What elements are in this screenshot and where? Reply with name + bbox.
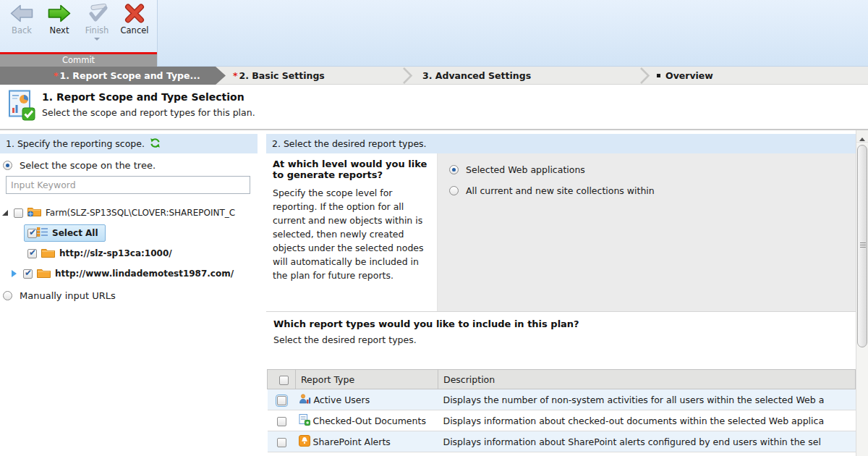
ribbon-toolbar: Back Next Finish	[0, 0, 868, 67]
refresh-icon[interactable]	[150, 138, 161, 151]
table-row-checked-out-documents[interactable]: Checked-Out Documents Displays informati…	[268, 410, 856, 431]
scope-panel-header: 1. Specify the reporting scope.	[0, 134, 258, 153]
wizard-content: 1. Specify the reporting scope. Select t…	[0, 130, 868, 456]
radio-scope-tree-control[interactable]	[3, 161, 12, 170]
radio-scope-tree-label: Select the scope on the tree.	[20, 160, 156, 171]
scope-tree: Farm(SLZ-SP13SQL\CLOVER:SHAREPOINT_C	[0, 203, 258, 284]
farm-folder-icon	[27, 206, 41, 219]
radio-manual-urls-control[interactable]	[3, 291, 12, 300]
wizard-step-3-label: 3. Advanced Settings	[422, 70, 531, 81]
report-type-description: Displays the number of non-system activi…	[438, 394, 856, 405]
sharepoint-alerts-checkbox[interactable]	[277, 438, 286, 447]
scrollbar-grip-icon	[860, 242, 866, 249]
types-subtitle: Select the desired report types.	[273, 334, 856, 345]
radio-all-site-collections[interactable]: All current and new site collections wit…	[449, 185, 856, 196]
report-type-description: Displays information about checked-out d…	[438, 415, 856, 426]
back-button[interactable]: Back	[3, 1, 41, 41]
wizard-steps-bar: *1. Report Scope and Type... *2. Basic S…	[0, 67, 868, 85]
finish-button[interactable]: Finish	[78, 1, 116, 41]
wizard-step-4-label: Overview	[665, 70, 713, 81]
wizard-step-3[interactable]: 3. Advanced Settings	[422, 67, 531, 85]
sharepoint-alerts-icon	[296, 435, 310, 449]
keyword-search-input[interactable]	[6, 176, 250, 194]
column-description: Description	[438, 370, 856, 389]
tree-node-url-2-label: http://www.lindademotest1987.com/	[55, 269, 234, 279]
active-users-checkbox[interactable]	[277, 396, 286, 405]
tree-node-farm[interactable]: Farm(SLZ-SP13SQL\CLOVER:SHAREPOINT_C	[0, 203, 258, 223]
level-question: At which level would you like to generat…	[273, 159, 431, 180]
folder-icon	[41, 248, 55, 260]
cancel-button-label: Cancel	[116, 25, 153, 35]
expand-open-icon[interactable]	[2, 210, 8, 216]
radio-manual-urls[interactable]: Manually input URLs	[3, 290, 258, 301]
report-types-panel: 2. Select the desired report types. At w…	[266, 130, 856, 456]
scope-panel-title: 1. Specify the reporting scope.	[6, 138, 145, 149]
report-types-table: Report Type Description	[267, 369, 856, 452]
cancel-button[interactable]: Cancel	[116, 1, 153, 41]
types-question: Which report types would you like to inc…	[273, 318, 856, 329]
page-subtitle: Select the scope and report types for th…	[42, 107, 255, 118]
wizard-step-4[interactable]: Overview	[657, 67, 713, 85]
column-report-type: Report Type	[296, 370, 438, 389]
report-type-name: Checked-Out Documents	[313, 415, 426, 426]
tree-node-select-all-label: Select All	[52, 228, 98, 238]
tree-node-select-all[interactable]: Select All	[0, 223, 258, 243]
types-block: Which report types would you like to inc…	[266, 311, 856, 345]
tree-node-url-1[interactable]: http://slz-sp13ca:1000/	[0, 243, 258, 263]
active-users-icon	[296, 394, 311, 406]
report-panel-header: 2. Select the desired report types.	[266, 134, 856, 153]
radio-all-site-collections-label: All current and new site collections wit…	[466, 185, 655, 196]
tree-node-url-2[interactable]: http://www.lindademotest1987.com/	[0, 263, 258, 284]
farm-checkbox[interactable]	[14, 208, 23, 218]
select-all-checkbox[interactable]	[27, 229, 37, 238]
radio-selected-web-apps[interactable]: Selected Web applications	[449, 164, 856, 175]
radio-all-site-collections-control[interactable]	[449, 186, 459, 195]
back-button-label: Back	[3, 25, 41, 35]
folder-icon	[37, 268, 51, 280]
overview-bullet-icon	[657, 74, 660, 77]
selected-node-highlight: Select All	[24, 224, 106, 242]
step-separator-icon	[639, 67, 650, 87]
next-arrow-icon	[41, 4, 78, 23]
required-marker: *	[54, 70, 59, 81]
scroll-up-icon[interactable]	[856, 130, 868, 143]
step-separator-icon	[402, 67, 413, 87]
level-options: Selected Web applications All current an…	[438, 153, 856, 311]
required-marker: *	[233, 70, 238, 81]
tree-node-url-1-label: http://slz-sp13ca:1000/	[59, 248, 172, 258]
level-section: At which level would you like to generat…	[266, 153, 856, 311]
scope-panel: 1. Specify the reporting scope. Select t…	[0, 130, 258, 456]
vertical-scrollbar[interactable]	[856, 130, 868, 456]
back-arrow-icon	[3, 4, 41, 23]
table-row-active-users[interactable]: Active Users Displays the number of non-…	[268, 389, 856, 410]
report-type-name: SharePoint Alerts	[313, 436, 391, 447]
page-header: 1. Report Scope and Type Selection Selec…	[0, 85, 868, 130]
wizard-step-1[interactable]: *1. Report Scope and Type...	[0, 67, 226, 85]
radio-selected-web-apps-label: Selected Web applications	[466, 164, 585, 175]
table-row-sharepoint-alerts[interactable]: SharePoint Alerts Displays information a…	[268, 431, 856, 452]
radio-scope-tree[interactable]: Select the scope on the tree.	[3, 160, 258, 171]
checked-out-documents-icon	[296, 414, 310, 428]
radio-selected-web-apps-control[interactable]	[449, 165, 459, 174]
scrollbar-thumb[interactable]	[857, 145, 867, 347]
wizard-step-2[interactable]: *2. Basic Settings	[233, 67, 325, 85]
checked-out-documents-checkbox[interactable]	[277, 417, 286, 426]
report-type-name: Active Users	[314, 394, 370, 405]
commit-group: Back Next Finish	[0, 0, 158, 67]
finish-dropdown-icon[interactable]	[94, 38, 100, 41]
url-2-checkbox[interactable]	[23, 269, 33, 279]
url-1-checkbox[interactable]	[27, 249, 37, 258]
commit-group-label: Commit	[0, 54, 157, 67]
next-button[interactable]: Next	[41, 1, 78, 41]
next-button-label: Next	[41, 25, 78, 35]
expand-closed-icon[interactable]	[12, 270, 17, 277]
report-plan-icon	[7, 90, 36, 124]
select-all-rows-checkbox[interactable]	[279, 376, 289, 385]
radio-manual-urls-label: Manually input URLs	[20, 290, 116, 301]
level-question-box: At which level would you like to generat…	[266, 153, 438, 311]
tree-node-farm-label: Farm(SLZ-SP13SQL\CLOVER:SHAREPOINT_C	[46, 208, 235, 218]
wizard-step-1-label: 1. Report Scope and Type...	[60, 70, 200, 81]
table-header-row: Report Type Description	[268, 370, 856, 389]
select-all-icon	[37, 227, 48, 239]
finish-button-label: Finish	[78, 25, 116, 35]
